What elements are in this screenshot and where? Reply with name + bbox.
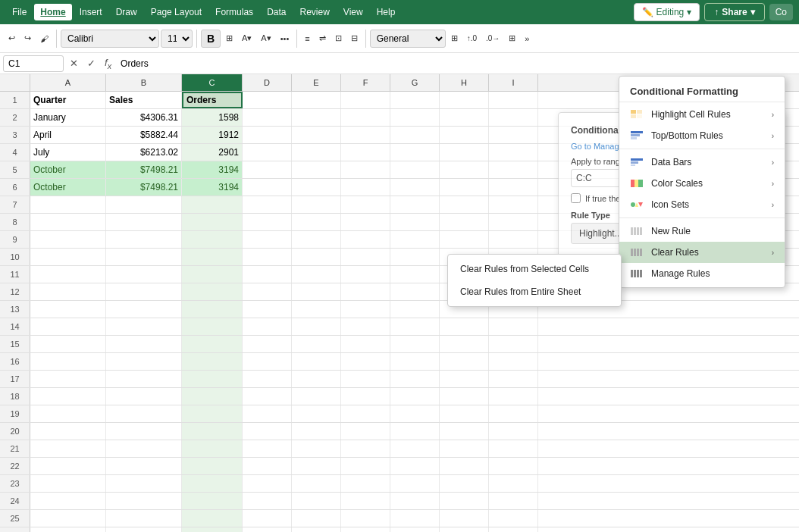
cell-f2[interactable] [341,109,390,126]
cell-c10[interactable] [182,249,243,265]
cancel-formula-icon[interactable]: ✕ [67,58,81,69]
cell-b11[interactable] [106,266,182,283]
cell-i25[interactable] [489,510,538,527]
share-button[interactable]: ↑ Share ▾ [704,3,764,21]
cell-d23[interactable] [243,475,292,492]
cell-c15[interactable] [182,336,243,352]
cell-b23[interactable] [106,475,182,492]
number-format-select[interactable]: General [370,30,446,48]
cell-a25[interactable] [30,510,106,527]
cell-h4[interactable] [440,144,489,161]
cell-e10[interactable] [292,249,341,265]
cell-g12[interactable] [390,283,440,300]
cell-a7[interactable] [30,196,106,213]
cell-c14[interactable] [182,318,243,335]
cell-a14[interactable] [30,318,106,335]
decimal-increase[interactable]: ↑.0 [463,32,481,45]
cell-a6[interactable]: October [30,179,106,196]
cell-c23[interactable] [182,475,243,492]
cell-e11[interactable] [292,266,341,283]
cell-e3[interactable] [292,127,341,143]
cell-f4[interactable] [341,144,390,161]
cell-f12[interactable] [341,283,390,300]
cell-e9[interactable] [292,231,341,248]
cf-dropdown-color-scales[interactable]: Color Scales › [619,173,785,194]
redo-button[interactable]: ↪ [20,31,35,45]
cell-g6[interactable] [390,179,440,196]
cell-c17[interactable] [182,371,243,387]
cell-c9[interactable] [182,231,243,248]
menu-home[interactable]: Home [34,4,71,20]
cell-c11[interactable] [182,266,243,283]
cell-b10[interactable] [106,249,182,265]
cell-a1[interactable]: Quarter [30,92,106,108]
cell-d14[interactable] [243,318,292,335]
cell-g10[interactable] [390,249,440,265]
cell-f13[interactable] [341,301,390,318]
cell-c3[interactable]: 1912 [182,127,243,143]
bold-button[interactable]: B [201,30,221,48]
cell-h20[interactable] [440,423,489,440]
cell-g20[interactable] [390,423,440,440]
cell-e14[interactable] [292,318,341,335]
cell-a11[interactable] [30,266,106,283]
align-button[interactable]: ≡ [301,32,313,45]
cell-e20[interactable] [292,423,341,440]
cell-a19[interactable] [30,405,106,422]
cell-g7[interactable] [390,196,440,213]
cell-f11[interactable] [341,266,390,283]
col-header-f[interactable]: F [341,74,390,91]
cell-g19[interactable] [390,405,440,422]
cf-dropdown-clear-rules[interactable]: Clear Rules › [619,242,785,263]
cell-d15[interactable] [243,336,292,352]
cell-d4[interactable] [243,144,292,161]
cell-i3[interactable] [489,127,538,143]
cell-e23[interactable] [292,475,341,492]
insert-function-icon[interactable]: fx [102,57,114,70]
editing-button[interactable]: ✏️ Editing ▾ [634,3,700,21]
cell-d1[interactable] [243,92,292,108]
cell-b20[interactable] [106,423,182,440]
cell-d17[interactable] [243,371,292,387]
cell-f23[interactable] [341,475,390,492]
cell-h9[interactable] [440,231,489,248]
menu-file[interactable]: File [6,4,33,20]
cell-c16[interactable] [182,353,243,370]
cell-e16[interactable] [292,353,341,370]
confirm-formula-icon[interactable]: ✓ [84,58,99,69]
cell-e6[interactable] [292,179,341,196]
cell-a12[interactable] [30,283,106,300]
cell-f14[interactable] [341,318,390,335]
cell-b7[interactable] [106,196,182,213]
cell-d12[interactable] [243,283,292,300]
cell-b12[interactable] [106,283,182,300]
cell-g26[interactable] [390,527,440,532]
cell-g24[interactable] [390,493,440,509]
cell-e17[interactable] [292,371,341,387]
cell-e19[interactable] [292,405,341,422]
borders-button[interactable]: ⊞ [222,31,237,45]
cell-g23[interactable] [390,475,440,492]
cell-e13[interactable] [292,301,341,318]
cell-c13[interactable] [182,301,243,318]
cell-i19[interactable] [489,405,538,422]
cf-dropdown-top-bottom-rules[interactable]: Top/Bottom Rules › [619,125,785,146]
cell-c21[interactable] [182,440,243,457]
cell-g15[interactable] [390,336,440,352]
cell-d11[interactable] [243,266,292,283]
cell-f5[interactable] [341,161,390,178]
cell-g22[interactable] [390,458,440,474]
cell-c1[interactable]: Orders [182,92,243,108]
cell-i21[interactable] [489,440,538,457]
cell-d26[interactable] [243,527,292,532]
cell-a17[interactable] [30,371,106,387]
cell-g4[interactable] [390,144,440,161]
cell-e2[interactable] [292,109,341,126]
cell-d3[interactable] [243,127,292,143]
cell-d2[interactable] [243,109,292,126]
cell-f20[interactable] [341,423,390,440]
comments-button[interactable]: Co [769,4,793,20]
cell-i18[interactable] [489,388,538,405]
cell-d8[interactable] [243,214,292,230]
cell-e1[interactable] [292,92,341,108]
